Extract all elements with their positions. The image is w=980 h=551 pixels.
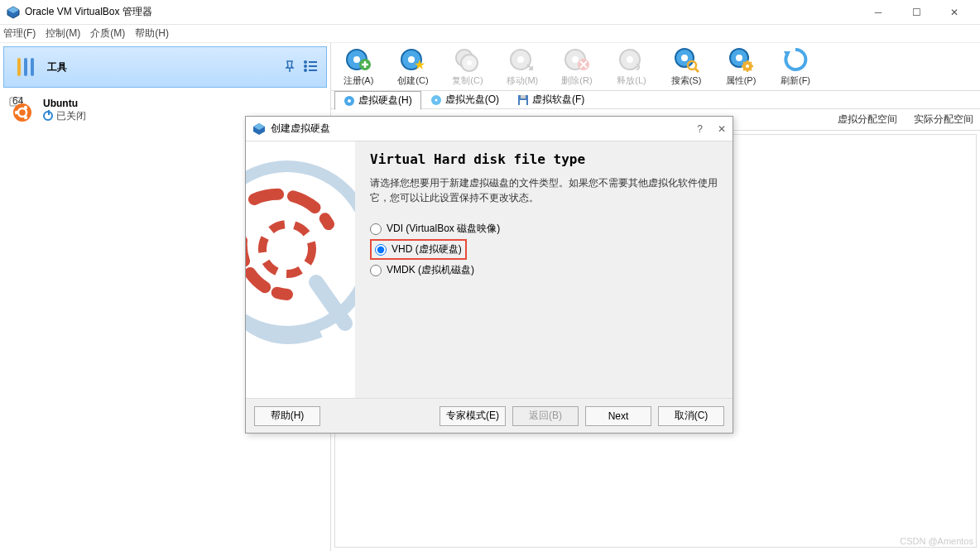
dialog-next-btn[interactable]: Next (585, 406, 651, 426)
toolbar: 注册(A) 创建(C) 复制(C) 移动(M) 删除(R) 释放(L) (331, 43, 980, 91)
disk-gear-icon (728, 46, 754, 73)
svg-rect-6 (309, 61, 317, 63)
disk-release-icon (618, 46, 645, 73)
svg-point-17 (24, 116, 27, 119)
close-button[interactable]: ✕ (935, 0, 973, 25)
svg-point-22 (408, 56, 415, 63)
toolbar-release: 释放(L) (609, 46, 654, 87)
dialog-heading: Virtual Hard disk file type (370, 151, 718, 167)
toolbar-search[interactable]: 搜索(S) (664, 46, 709, 87)
dialog-titlebar: 创建虚拟硬盘 ? ✕ (246, 117, 733, 141)
window-title: Oracle VM VirtualBox 管理器 (25, 5, 859, 19)
radio-vhd-input[interactable] (375, 244, 387, 256)
list-icon[interactable] (303, 60, 318, 75)
disk-move-icon (509, 46, 536, 73)
dialog-close-button[interactable]: ✕ (718, 123, 726, 135)
vm-name: Ubuntu (43, 98, 86, 109)
menu-media[interactable]: 介质(M) (90, 26, 125, 41)
dialog-help-btn[interactable]: 帮助(H) (254, 406, 320, 426)
svg-point-38 (736, 55, 742, 61)
toolbar-refresh[interactable]: 刷新(F) (773, 46, 818, 87)
tools-icon (12, 53, 41, 81)
ubuntu-icon: 64 (8, 96, 36, 124)
svg-point-43 (348, 99, 351, 103)
svg-point-19 (353, 56, 360, 63)
svg-point-16 (24, 106, 27, 109)
sidebar-tools[interactable]: 工具 (3, 46, 327, 88)
toolbar-copy: 复制(C) (445, 46, 490, 87)
watermark: CSDN @Amentos (900, 536, 973, 546)
svg-point-40 (746, 65, 749, 68)
radio-vmdk[interactable]: VMDK (虚拟机磁盘) (370, 260, 718, 280)
svg-point-15 (15, 111, 18, 114)
dialog-help-button[interactable]: ? (697, 123, 703, 135)
svg-rect-4 (31, 58, 34, 76)
dialog-description: 请选择您想要用于新建虚拟磁盘的文件类型。如果您不需要其他虚拟化软件使用它，您可以… (370, 175, 718, 205)
window-titlebar: Oracle VM VirtualBox 管理器 ─ ☐ ✕ (0, 0, 980, 25)
svg-rect-8 (309, 65, 317, 67)
svg-rect-2 (17, 58, 21, 76)
optical-icon (430, 94, 442, 106)
tab-hdd[interactable]: 虚拟硬盘(H) (334, 91, 421, 110)
col-virtual-size: 虚拟分配空间 (838, 113, 897, 127)
svg-rect-48 (520, 100, 526, 105)
maximize-button[interactable]: ☐ (897, 0, 935, 25)
svg-point-5 (304, 60, 307, 64)
media-filter-tabs: 虚拟硬盘(H) 虚拟光盘(O) 虚拟软盘(F) (331, 91, 980, 109)
sidebar-tools-label: 工具 (47, 60, 283, 74)
disk-plus-icon (345, 46, 372, 73)
svg-point-45 (435, 98, 437, 101)
radio-vdi-input[interactable] (370, 223, 382, 235)
dialog-expert-btn[interactable]: 专家模式(E) (440, 406, 506, 426)
hdd-icon (343, 95, 355, 107)
radio-vmdk-input[interactable] (370, 265, 382, 276)
menu-file[interactable]: 管理(F) (3, 26, 36, 41)
radio-vdi[interactable]: VDI (VirtualBox 磁盘映像) (370, 218, 718, 239)
minimize-button[interactable]: ─ (859, 0, 897, 25)
toolbar-delete: 删除(R) (555, 46, 599, 87)
col-actual-size: 实际分配空间 (914, 113, 973, 127)
toolbar-properties[interactable]: 属性(P) (718, 46, 763, 87)
toolbar-register[interactable]: 注册(A) (336, 46, 381, 87)
svg-point-7 (304, 65, 307, 68)
create-vhd-dialog: 创建虚拟硬盘 ? ✕ Virtual Hard disk file type 请… (245, 116, 733, 434)
disk-delete-icon (564, 46, 590, 73)
dialog-cancel-btn[interactable]: 取消(C) (658, 406, 724, 426)
toolbar-move: 移动(M) (500, 46, 545, 87)
svg-point-28 (517, 56, 524, 63)
vm-status-label: 已关闭 (56, 109, 86, 123)
floppy-icon (517, 94, 529, 106)
app-icon (7, 6, 20, 19)
disk-copy-icon (454, 46, 481, 73)
svg-point-30 (572, 56, 579, 63)
svg-point-35 (681, 55, 688, 61)
svg-point-26 (467, 60, 472, 65)
dialog-button-row: 帮助(H) 专家模式(E) 返回(B) Next 取消(C) (246, 398, 733, 433)
menu-help[interactable]: 帮助(H) (135, 26, 169, 41)
radio-vhd[interactable]: VHD (虚拟硬盘) (370, 239, 467, 260)
pin-icon[interactable] (283, 60, 296, 75)
menu-bar: 管理(F) 控制(M) 介质(M) 帮助(H) (0, 25, 980, 43)
power-icon (43, 111, 53, 121)
tab-optical[interactable]: 虚拟光盘(O) (421, 90, 508, 109)
svg-rect-47 (521, 95, 526, 98)
refresh-icon (782, 46, 809, 73)
dialog-icon (252, 122, 266, 136)
dialog-back-btn: 返回(B) (512, 406, 579, 426)
menu-control[interactable]: 控制(M) (46, 26, 80, 41)
toolbar-create[interactable]: 创建(C) (391, 46, 435, 87)
tab-floppy[interactable]: 虚拟软盘(F) (508, 90, 593, 109)
svg-point-52 (262, 224, 312, 274)
disk-search-icon (673, 46, 699, 73)
svg-point-9 (304, 69, 307, 72)
dialog-sidebar-image (246, 141, 355, 398)
svg-point-33 (627, 56, 633, 63)
svg-rect-10 (309, 69, 317, 71)
disk-new-icon (400, 46, 426, 73)
dialog-title: 创建虚拟硬盘 (271, 122, 697, 136)
svg-rect-3 (24, 58, 27, 76)
